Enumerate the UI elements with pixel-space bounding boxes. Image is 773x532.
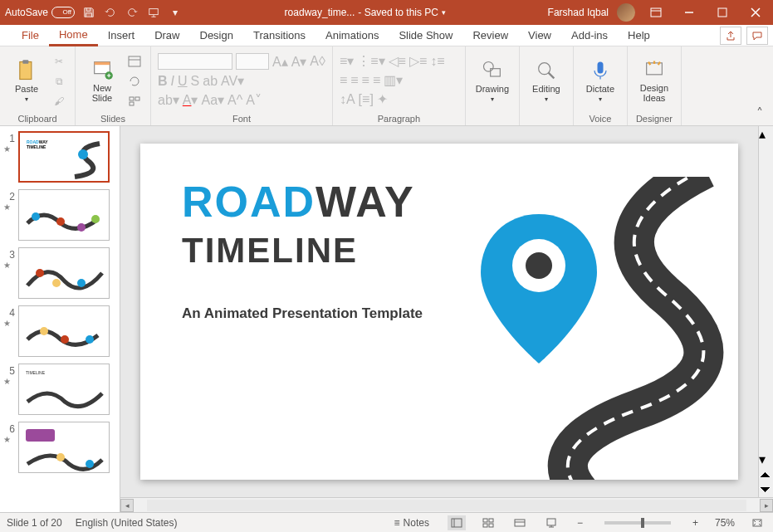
close-button[interactable] (743, 0, 768, 25)
drawing-button[interactable]: Drawing▾ (472, 50, 512, 111)
dictate-button[interactable]: Dictate▾ (580, 50, 620, 111)
thumbnail-slide-4[interactable]: 4★ (3, 305, 116, 357)
scroll-right-icon[interactable]: ▸ (760, 499, 773, 512)
tab-review[interactable]: Review (462, 26, 518, 45)
layout-icon[interactable] (125, 53, 144, 70)
collapse-ribbon-icon[interactable]: ˄ (751, 105, 768, 121)
smartart-icon[interactable]: ✦ (377, 91, 388, 107)
vertical-scrollbar[interactable]: ▴ ▾ ⏶ ⏷ (758, 126, 773, 497)
scroll-up-icon[interactable]: ▴ (759, 126, 773, 142)
editing-button[interactable]: Editing▾ (526, 50, 566, 111)
undo-icon[interactable] (103, 5, 118, 20)
svg-point-27 (52, 279, 61, 287)
username-label[interactable]: Farshad Iqbal (548, 7, 609, 18)
align-right-icon[interactable]: ≡ (362, 73, 369, 88)
tab-draw[interactable]: Draw (144, 26, 189, 45)
tab-addins[interactable]: Add-ins (561, 26, 618, 45)
next-slide-icon[interactable]: ⏷ (759, 482, 773, 497)
thumbnail-slide-6[interactable]: 6★ (3, 422, 116, 473)
shrink-font-icon[interactable]: A˅ (246, 92, 262, 108)
font-size-dropdown[interactable] (236, 53, 269, 70)
tab-transitions[interactable]: Transitions (243, 26, 316, 45)
svg-point-34 (56, 453, 65, 461)
zoom-in-button[interactable]: + (689, 517, 702, 529)
tab-animations[interactable]: Animations (316, 26, 389, 45)
slideshow-view-icon[interactable] (542, 515, 560, 530)
increase-font-icon[interactable]: A▴ (272, 54, 288, 70)
tab-help[interactable]: Help (618, 26, 660, 45)
highlight-icon[interactable]: ab▾ (158, 92, 179, 108)
scroll-left-icon[interactable]: ◂ (120, 499, 134, 512)
sorter-view-icon[interactable] (479, 515, 497, 530)
clear-format-icon[interactable]: A◊ (310, 54, 325, 69)
font-family-dropdown[interactable] (158, 53, 232, 70)
autosave-toggle[interactable]: AutoSave (5, 7, 75, 18)
thumbnail-slide-5[interactable]: 5★ TIMELINE (3, 364, 116, 415)
tab-view[interactable]: View (518, 26, 561, 45)
slide-counter[interactable]: Slide 1 of 20 (7, 517, 62, 529)
align-left-icon[interactable]: ≡ (340, 73, 347, 88)
tab-insert[interactable]: Insert (98, 26, 145, 45)
line-spacing-icon[interactable]: ↕≡ (430, 54, 444, 69)
zoom-level[interactable]: 75% (715, 517, 735, 529)
bullets-icon[interactable]: ≡▾ (340, 53, 354, 69)
save-icon[interactable] (81, 5, 96, 20)
workspace: 1★ ROADWAYTIMELINE 2★ 3★ 4★ 5★ TIMELINE … (0, 126, 773, 512)
language-status[interactable]: English (United States) (76, 517, 178, 529)
align-center-icon[interactable]: ≡ (350, 73, 358, 88)
ribbon-display-icon[interactable] (643, 0, 668, 25)
tab-design[interactable]: Design (190, 26, 243, 45)
justify-icon[interactable]: ≡ (373, 73, 380, 88)
cut-icon[interactable]: ✂ (50, 53, 68, 70)
text-direction-icon[interactable]: ↕A (340, 92, 355, 107)
scroll-down-icon[interactable]: ▾ (759, 451, 773, 467)
horizontal-scrollbar[interactable]: ◂ ▸ (120, 497, 773, 512)
italic-button[interactable]: I (171, 74, 174, 89)
slide-canvas[interactable]: ROADWAY TIMELINE An Animated Presentatio… (140, 144, 738, 480)
shadow-button[interactable]: ab (203, 74, 218, 89)
tab-slideshow[interactable]: Slide Show (389, 26, 462, 45)
section-icon[interactable] (125, 93, 144, 110)
indent-more-icon[interactable]: ▷≡ (409, 53, 427, 69)
thumbnail-slide-2[interactable]: 2★ (3, 189, 116, 241)
normal-view-icon[interactable] (448, 515, 466, 530)
qat-dropdown-icon[interactable]: ▾ (168, 5, 183, 20)
maximize-button[interactable] (710, 0, 735, 25)
strikethrough-button[interactable]: S (191, 74, 200, 89)
new-slide-button[interactable]: New Slide (82, 50, 122, 111)
slide-thumbnails-panel[interactable]: 1★ ROADWAYTIMELINE 2★ 3★ 4★ 5★ TIMELINE … (0, 126, 120, 512)
fit-window-icon[interactable] (748, 515, 766, 530)
tab-file[interactable]: File (12, 26, 49, 45)
prev-slide-icon[interactable]: ⏶ (759, 467, 773, 482)
char-spacing-icon[interactable]: AV▾ (221, 73, 244, 89)
zoom-out-button[interactable]: − (574, 517, 586, 529)
format-painter-icon[interactable]: 🖌 (50, 93, 68, 110)
columns-icon[interactable]: ▥▾ (384, 72, 403, 88)
present-icon[interactable] (146, 5, 161, 20)
bold-button[interactable]: B (158, 74, 168, 89)
paste-button[interactable]: Paste▾ (7, 50, 46, 111)
tab-home[interactable]: Home (49, 25, 98, 46)
grow-font-icon[interactable]: A^ (227, 93, 242, 108)
user-avatar[interactable] (617, 3, 635, 22)
underline-button[interactable]: U (178, 74, 188, 89)
notes-button[interactable]: ≡ Notes (389, 515, 434, 530)
redo-icon[interactable] (125, 5, 139, 20)
copy-icon[interactable]: ⧉ (50, 73, 68, 90)
share-button[interactable] (720, 27, 741, 45)
font-color-icon[interactable]: A▾ (183, 92, 198, 108)
decrease-font-icon[interactable]: A▾ (291, 54, 307, 70)
minimize-button[interactable] (677, 0, 702, 25)
design-ideas-button[interactable]: Design Ideas (634, 50, 674, 111)
comments-button[interactable] (746, 27, 768, 45)
thumbnail-slide-1[interactable]: 1★ ROADWAYTIMELINE (3, 131, 116, 183)
zoom-slider[interactable] (604, 521, 671, 525)
align-text-icon[interactable]: [≡] (359, 92, 374, 107)
reset-icon[interactable] (125, 73, 144, 90)
indent-less-icon[interactable]: ◁≡ (389, 53, 406, 69)
change-case-icon[interactable]: Aa▾ (201, 92, 224, 108)
reading-view-icon[interactable] (511, 515, 529, 530)
thumbnail-slide-3[interactable]: 3★ (3, 247, 116, 299)
svg-point-30 (61, 335, 69, 344)
numbering-icon[interactable]: ⋮≡▾ (357, 53, 384, 69)
